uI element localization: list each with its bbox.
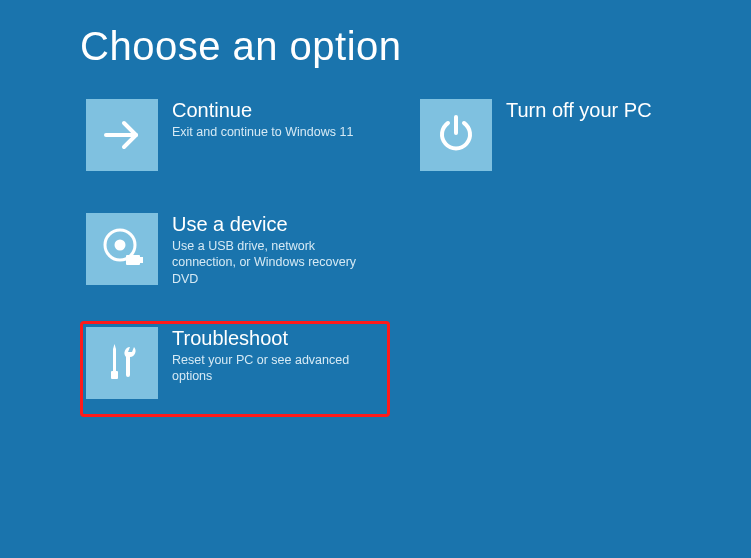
troubleshoot-desc: Reset your PC or see advanced options bbox=[172, 352, 382, 385]
svg-point-3 bbox=[116, 241, 124, 249]
turn-off-text: Turn off your PC bbox=[506, 99, 718, 124]
power-icon bbox=[420, 99, 492, 171]
turn-off-title: Turn off your PC bbox=[506, 99, 718, 122]
svg-rect-4 bbox=[126, 255, 140, 265]
options-grid: Continue Exit and continue to Windows 11… bbox=[80, 93, 671, 417]
use-device-title: Use a device bbox=[172, 213, 384, 236]
page-title: Choose an option bbox=[80, 24, 671, 69]
use-device-tile[interactable]: Use a device Use a USB drive, network co… bbox=[80, 207, 390, 303]
use-device-text: Use a device Use a USB drive, network co… bbox=[172, 213, 384, 287]
svg-rect-7 bbox=[111, 371, 118, 379]
empty-cell bbox=[414, 207, 724, 303]
troubleshoot-title: Troubleshoot bbox=[172, 327, 384, 350]
continue-desc: Exit and continue to Windows 11 bbox=[172, 124, 382, 140]
troubleshoot-tile[interactable]: Troubleshoot Reset your PC or see advanc… bbox=[80, 321, 390, 417]
troubleshoot-text: Troubleshoot Reset your PC or see advanc… bbox=[172, 327, 384, 385]
continue-title: Continue bbox=[172, 99, 384, 122]
arrow-right-icon bbox=[86, 99, 158, 171]
continue-tile[interactable]: Continue Exit and continue to Windows 11 bbox=[80, 93, 390, 189]
svg-rect-5 bbox=[140, 257, 143, 263]
use-device-desc: Use a USB drive, network connection, or … bbox=[172, 238, 382, 287]
svg-marker-8 bbox=[113, 344, 116, 349]
svg-rect-6 bbox=[113, 349, 116, 371]
turn-off-tile[interactable]: Turn off your PC bbox=[414, 93, 724, 189]
tools-icon bbox=[86, 327, 158, 399]
continue-text: Continue Exit and continue to Windows 11 bbox=[172, 99, 384, 140]
disc-usb-icon bbox=[86, 213, 158, 285]
